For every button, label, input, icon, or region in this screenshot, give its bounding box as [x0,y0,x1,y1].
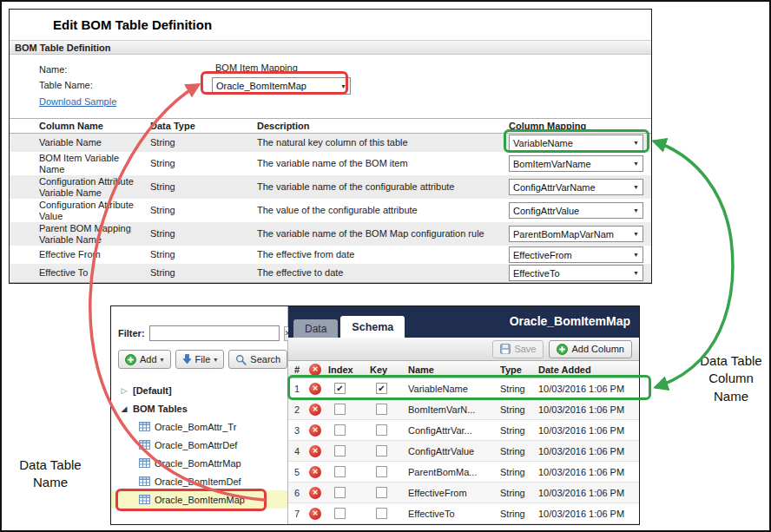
column-type: String [498,488,537,498]
date-added: 10/03/2016 1:06 PM [537,425,639,436]
schema-row[interactable]: 1 ✕ ✔ ✔ VariableName String 10/03/2016 1… [288,378,639,399]
column-type: String [498,425,537,436]
data-table-name-label: Data Table Name [9,456,92,492]
schema-row[interactable]: 2 ✕ BomItemVarN... String 10/03/2016 1:0… [288,399,639,420]
search-button[interactable]: Search [228,350,287,369]
delete-row-icon[interactable]: ✕ [309,466,321,478]
index-checkbox[interactable] [334,424,346,436]
tab-schema[interactable]: Schema [340,316,405,338]
tree-item-oracle-bomitemdef[interactable]: Oracle_BomItemDef [111,472,287,490]
mapping-dropdown-value: VariableName [513,138,629,148]
tree-node-default[interactable]: ▷ [Default] [111,381,287,399]
column-name: ParentBomMa... [406,467,498,477]
index-checkbox[interactable]: ✔ [334,383,346,394]
tree-item-oracle-bomattrmap[interactable]: Oracle_BomAttrMap [111,454,287,472]
column-name-cell: Effective From [39,249,150,260]
mapping-dropdown-value: ConfigAttrVarName [513,182,629,193]
column-name-cell: Variable Name [39,137,150,148]
data-type-cell: String [150,158,257,169]
delete-row-icon[interactable]: ✕ [309,445,321,457]
expander-expanded-icon[interactable]: ◢ [120,404,128,413]
expander-collapsed-icon[interactable]: ▷ [120,386,128,395]
column-name-cell: Configuration Attribute Variable Name [39,176,150,198]
mapping-dropdown[interactable]: EffectiveTo ▼ [509,265,643,281]
header-column-mapping: Column Mapping [509,121,651,132]
column-name: EffectiveTo [406,509,498,519]
chevron-down-icon: ▼ [633,161,639,167]
schema-row[interactable]: 7 ✕ EffectiveTo String 10/03/2016 1:06 P… [288,503,639,524]
green-arrow [655,141,733,387]
header-description: Description [257,121,509,132]
search-button-label: Search [250,354,280,365]
index-checkbox[interactable] [334,466,346,477]
table-icon [139,458,150,468]
mapping-dropdown[interactable]: BomItemVarName ▼ [509,155,643,172]
delete-row-icon[interactable]: ✕ [309,487,321,499]
tree-node-bom-tables[interactable]: ◢ BOM Tables [111,399,287,417]
tree-item-oracle-bomattr-tr[interactable]: Oracle_BomAttr_Tr [111,417,287,436]
table-header-row: Column Name Data Type Description Column… [10,118,651,134]
key-checkbox[interactable] [376,466,387,477]
tree-item-oracle-bomitemmap[interactable]: Oracle_BomItemMap [111,490,287,509]
index-checkbox[interactable] [334,445,346,456]
mapping-dropdown[interactable]: ParentBomMapVarNam ▼ [509,226,643,242]
key-checkbox[interactable] [376,424,387,436]
key-checkbox[interactable]: ✔ [376,383,387,394]
download-sample-link[interactable]: Download Sample [39,96,116,107]
schema-row[interactable]: 5 ✕ ParentBomMa... String 10/03/2016 1:0… [288,462,639,483]
tree-node-label: BOM Tables [133,404,188,414]
filter-input[interactable] [149,325,280,341]
file-download-icon [182,354,192,365]
mapping-dropdown[interactable]: ConfigAttrVarName ▼ [509,179,643,195]
file-button[interactable]: File ▾ [175,350,225,369]
delete-row-icon[interactable]: ✕ [309,383,321,395]
date-added: 10/03/2016 1:06 PM [537,384,639,394]
mapping-dropdown[interactable]: VariableName ▼ [509,135,643,151]
schema-row[interactable]: 4 ✕ ConfigAttrValue String 10/03/2016 1:… [288,441,639,462]
filter-row: Filter: ✕ [118,325,282,341]
mapping-dropdown[interactable]: EffectiveFrom ▼ [509,246,643,263]
schema-row[interactable]: 6 ✕ EffectiveFrom String 10/03/2016 1:06… [288,483,639,503]
delete-row-icon[interactable]: ✕ [309,508,321,520]
save-button[interactable]: Save [492,340,544,358]
chevron-down-icon: ▾ [214,356,217,364]
date-added: 10/03/2016 1:06 PM [537,509,639,519]
key-checkbox[interactable] [376,404,387,415]
schema-row[interactable]: 3 ✕ ConfigAttrVar... String 10/03/2016 1… [288,420,639,441]
data-tables-panel: Filter: ✕ Add ▾ File ▾ Search [110,305,640,525]
schema-header-row: # ✕ Index Key Name Type Date Added [288,361,639,378]
tab-data[interactable]: Data [293,319,338,338]
key-checkbox[interactable] [376,508,387,519]
tree-item-label: Oracle_BomItemMap [155,495,245,505]
data-type-cell: String [150,267,257,279]
column-name-cell: Effective To [39,267,150,279]
header-index: Index [326,365,368,375]
add-button[interactable]: Add ▾ [118,350,171,369]
row-num: 2 [288,404,306,415]
tree-item-oracle-bomattrdef[interactable]: Oracle_BomAttrDef [111,436,287,454]
name-value: BOM Item Mapping [215,62,298,73]
schema-table: # ✕ Index Key Name Type Date Added 1 ✕ ✔… [288,361,639,524]
key-checkbox[interactable] [376,445,387,456]
data-table-column-name-label: Data Table Column Name [691,352,771,405]
tree-item-label: Oracle_BomAttrMap [155,458,241,469]
index-checkbox[interactable] [334,487,346,498]
index-checkbox[interactable] [334,508,346,519]
key-checkbox[interactable] [376,487,387,498]
chevron-down-icon: ▼ [633,252,639,258]
data-type-cell: String [150,205,257,216]
table-detail-header: Data Schema Oracle_BomItemMap [288,306,639,338]
mapping-dropdown-value: BomItemVarName [513,159,629,169]
table-row: Configuration Attribute Variable Name St… [10,175,651,199]
delete-row-icon[interactable]: ✕ [309,424,321,437]
add-column-button[interactable]: Add Column [549,340,632,358]
row-num: 3 [288,425,306,436]
column-type: String [498,446,537,456]
delete-row-icon[interactable]: ✕ [309,404,321,416]
header-type: Type [498,365,537,375]
name-label: Name: [39,64,67,75]
mapping-dropdown[interactable]: ConfigAttrValue ▼ [509,202,643,219]
index-checkbox[interactable] [334,404,346,415]
table-name-dropdown[interactable]: Oracle_BomItemMap ▼ [212,77,351,95]
tree-item-label: Oracle_BomAttr_Tr [155,422,236,432]
